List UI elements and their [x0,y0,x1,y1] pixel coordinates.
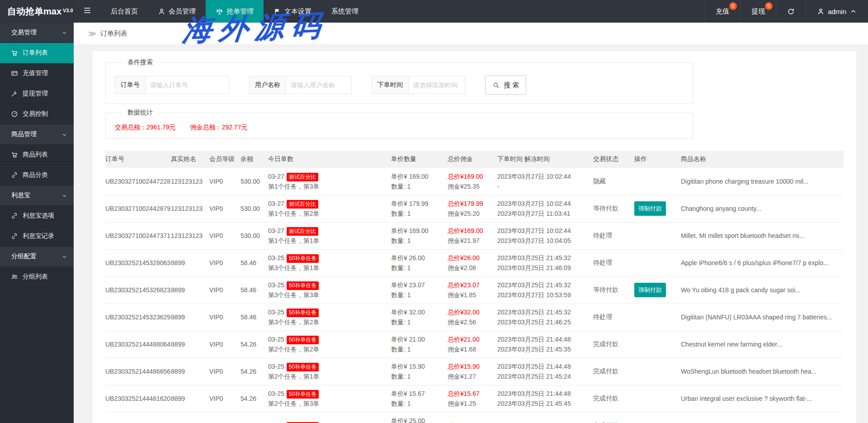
admin-menu[interactable]: admin [806,0,868,23]
sidebar-item-goods-category[interactable]: 商品分类 [0,165,74,185]
today-line: 03-2550补单任务 [268,280,387,290]
order-time: 2023年03月25日 21:44:12 [497,421,589,423]
quantity: 数量: 1 [391,344,443,354]
today-line: 03-27测试百分比 [268,171,387,181]
topnav-item-text[interactable]: 文本设置 [264,0,321,23]
commission: 佣金¥25.35 [448,181,493,191]
cell-times: 2023年03月25日 21:44:482023年03月25日 21:45:24 [497,358,593,385]
commission: 佣金¥2.56 [448,317,493,327]
column-header: 真实姓名 [171,151,209,168]
commission: 佣金¥2.08 [448,263,493,273]
refresh-button[interactable] [776,0,806,23]
unfreeze-time: 2023年03月25日 21:45:35 [497,344,589,354]
search-group-username: 用户名称 [249,76,352,94]
today-date: 03-25 [268,336,284,343]
today-date: 03-25 [268,390,284,397]
task-progress: 第3个任务，第3单 [268,290,387,300]
task-type-badge: 50补单任务 [287,309,319,317]
cell-real-name: 8899 [171,385,209,412]
topnav-item-orders[interactable]: 抢单管理 [206,0,264,23]
sidebar-item-label: 利息宝选项 [23,212,54,220]
sidebar-item-withdraw-mgmt[interactable]: 提现管理 [0,84,74,104]
cell-times: 2023年03月27日 10:02:442023年03月27日 11:03:41 [497,195,593,222]
sidebar-group-label: 利息宝 [11,191,30,200]
cell-unit-price: 单价¥ 15.90数量: 1 [391,358,448,385]
cell-balance: 530.00 [241,195,268,222]
cell-total-commission: 总价¥21.00佣金¥1.68 [448,331,497,358]
sidebar-item-label: 商品分类 [23,171,48,179]
force-pay-button[interactable]: 强制付款 [634,201,666,216]
topnav-item-label: 文本设置 [284,7,311,16]
cell-action [634,412,681,423]
cell-order-no: UB2303252145323629 [105,304,171,331]
card-icon [11,70,18,77]
cell-balance: 50.26 [241,412,268,423]
today-date: 03-27 [268,173,284,180]
cell-status: 完成付款 [593,331,634,358]
search-group-order-time: 下单时间 [372,76,465,94]
notification-badge: 0 [765,2,773,10]
today-line: 03-2550补单任务 [268,307,387,317]
cell-action [634,331,681,358]
cell-product-name: Digititan (NANFU) LR03AAA shaped ring 7 … [681,304,844,331]
cell-product-name: Apple iPhone6/6 s / 6 plus/splus iPhone7… [681,249,844,276]
cell-today-orders: 03-2550补单任务第3个任务，第3单 [268,276,391,304]
order-no-input[interactable] [146,76,229,94]
topbar-recharge-button[interactable]: 充值0 [704,0,740,23]
cell-times: 2023年03月25日 21:44:482023年03月25日 21:45:35 [497,331,593,358]
stats-fieldset: 数据统计 交易总额：2961.79元 佣金总额：292.77元 [105,109,693,139]
sidebar-item-interest-options[interactable]: 利息宝选项 [0,206,74,226]
task-progress: 第2个任务，第1单 [268,371,387,381]
force-pay-button[interactable]: 强制付款 [634,283,666,297]
total-price: 总价¥32.00 [448,307,493,317]
order-time-input[interactable] [409,76,465,94]
quantity: 数量: 1 [391,209,443,219]
total-price: 总价¥179.99 [448,199,493,209]
cell-unit-price: 单价¥ 15.67数量: 1 [391,385,448,412]
topnav-item-home[interactable]: 后台首页 [101,0,148,23]
unit-price: 单价¥ 25.00 [391,416,443,423]
sidebar-group-trade[interactable]: 交易管理 [0,23,74,43]
cell-today-orders: 03-2550补单任务 [268,412,391,423]
column-header: 今日单数 [268,151,391,168]
cell-balance: 58.46 [241,276,268,304]
unfreeze-time: 2023年03月25日 21:45:24 [497,371,589,381]
topbar-withdraw-button[interactable]: 提现0 [740,0,776,23]
cell-today-orders: 03-27测试百分比第1个任务，第1单 [268,222,391,249]
sidebar-item-order-list[interactable]: 订单列表 [0,43,74,63]
task-type-badge: 50补单任务 [287,336,319,344]
link-icon [11,212,18,219]
cell-product-name: WoShengLun bluetooth headset bluetooth h… [681,358,844,385]
unfreeze-time: 2023年03月25日 21:45:45 [497,399,589,409]
sidebar-item-label: 提现管理 [23,90,48,98]
sidebar-group-label: 分组配置 [11,252,37,261]
users-icon [11,273,18,280]
sidebar-item-goods-list[interactable]: 商品列表 [0,145,74,165]
today-line: 03-2550补单任务 [268,421,387,423]
topnav-item-members[interactable]: 会员管理 [148,0,206,23]
total-commission-amount: 佣金总额：292.77元 [190,124,248,132]
topnav-item-label: 会员管理 [169,7,196,16]
gauge-icon [11,110,18,118]
hamburger-icon[interactable] [74,0,101,23]
sidebar-group-goods[interactable]: 商品管理 [0,124,74,145]
unfreeze-time: 2023年03月27日 10:04:05 [497,236,589,246]
cell-balance: 58.46 [241,249,268,276]
quantity: 数量: 1 [391,236,443,246]
unit-price: 单价¥ 23.07 [391,280,443,290]
gavel-icon [11,90,18,97]
sidebar-item-group-list[interactable]: 分组列表 [0,267,74,287]
sidebar-group-interest[interactable]: 利息宝 [0,185,74,206]
sidebar-item-trade-control[interactable]: 交易控制 [0,104,74,124]
sidebar-item-recharge-mgmt[interactable]: 充值管理 [0,63,74,84]
sidebar-group-grouping[interactable]: 分组配置 [0,247,74,267]
link-icon [11,171,18,179]
search-button[interactable]: 搜 索 [485,76,526,95]
username-input[interactable] [286,76,352,94]
sidebar: 交易管理订单列表充值管理提现管理交易控制商品管理商品列表商品分类利息宝利息宝选项… [0,23,74,423]
cell-order-no: UB2303252144481620 [105,385,171,412]
sidebar-item-interest-records[interactable]: 利息宝记录 [0,226,74,247]
unit-price: 单价¥ 15.90 [391,361,443,371]
topnav-item-system[interactable]: 系统管理 [321,0,368,23]
cell-times: 2023年03月25日 21:45:322023年03月25日 21:46:25 [497,304,593,331]
